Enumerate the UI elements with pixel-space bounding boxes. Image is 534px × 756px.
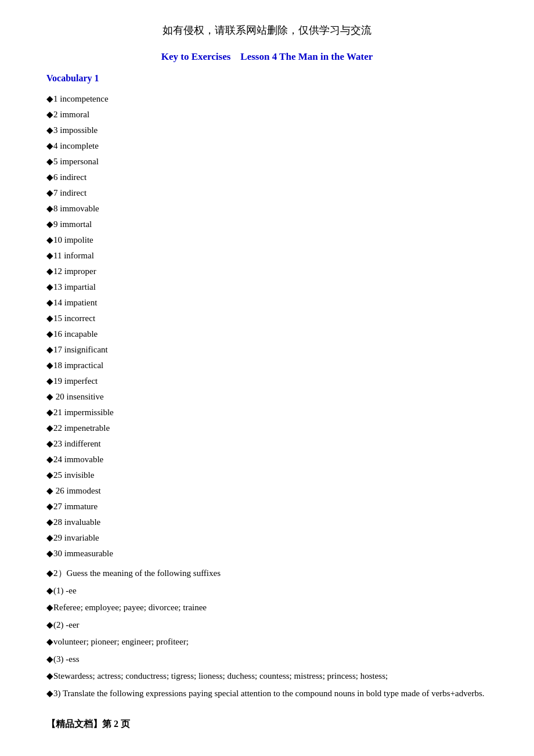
vocab-item: ◆4 incomplete [46,139,488,153]
vocab-item: ◆21 impermissible [46,405,488,419]
vocab-item: ◆ 26 immodest [46,484,488,498]
extra-item: ◆(2) -eer [46,618,488,633]
vocab-item: ◆22 impenetrable [46,421,488,435]
vocab-item: ◆24 immovable [46,452,488,466]
vocab-item: ◆14 impatient [46,296,488,309]
extra-item: ◆Stewardess; actress; conductress; tigre… [46,669,488,684]
vocab-item: ◆15 incorrect [46,311,488,325]
extra-item: ◆volunteer; pioneer; engineer; profiteer… [46,635,488,650]
extra-item: ◆Referee; employee; payee; divorcee; tra… [46,600,488,615]
vocab-item: ◆30 immeasurable [46,546,488,560]
vocab-item: ◆12 improper [46,264,488,278]
extra-item: ◆(3) -ess [46,652,488,667]
vocab-item: ◆3 impossible [46,123,488,137]
extra-item: ◆3) Translate the following expressions … [46,686,488,701]
top-notice: 如有侵权，请联系网站删除，仅供学习与交流 [46,23,488,37]
vocab-item: ◆5 impersonal [46,154,488,168]
vocab-item: ◆23 indifferent [46,437,488,451]
vocab-item: ◆ 20 insensitive [46,390,488,404]
vocab-item: ◆29 invariable [46,531,488,545]
vocab-item: ◆25 invisible [46,468,488,482]
vocab-item: ◆13 impartial [46,280,488,294]
title-line: Key to Exercises Lesson 4 The Man in the… [46,51,488,63]
vocab-item: ◆9 immortal [46,217,488,231]
vocab-item: ◆27 immature [46,499,488,513]
vocab-item: ◆6 indirect [46,170,488,184]
vocab-item: ◆10 impolite [46,233,488,247]
vocab-item: ◆16 incapable [46,327,488,341]
extra-item: ◆2）Guess the meaning of the following su… [46,566,488,581]
vocab-item: ◆8 immovable [46,201,488,215]
vocab-item: ◆11 informal [46,249,488,262]
footer: 【精品文档】第 2 页 [46,718,488,730]
extra-section: ◆2）Guess the meaning of the following su… [46,566,488,701]
vocab-list: ◆1 incompetence◆2 immoral◆3 impossible◆4… [46,92,488,560]
vocab-item: ◆2 immoral [46,107,488,121]
section-heading: Vocabulary 1 [46,73,488,84]
vocab-item: ◆18 impractical [46,358,488,372]
vocab-item: ◆17 insignificant [46,343,488,357]
vocab-item: ◆1 incompetence [46,92,488,106]
vocab-item: ◆28 invaluable [46,515,488,529]
vocab-item: ◆19 imperfect [46,374,488,388]
vocab-item: ◆7 indirect [46,186,488,200]
extra-item: ◆(1) -ee [46,584,488,599]
